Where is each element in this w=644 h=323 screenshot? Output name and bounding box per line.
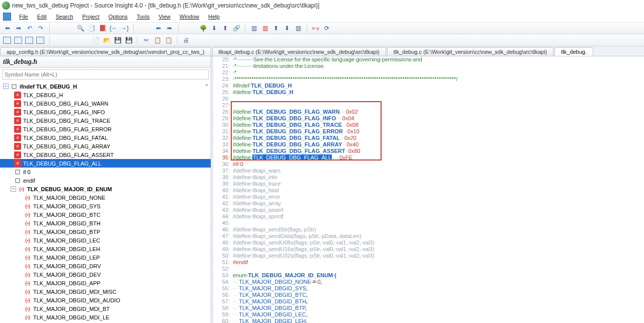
panel1-icon[interactable]: ▥ [249,24,258,33]
tree-def-7[interactable]: #TLK_DEBUG_DBG_FLAG_ASSERT [0,150,211,159]
tree-endif[interactable]: endif [0,176,211,185]
enum-icon: {▪} [18,186,25,193]
ref-up-icon[interactable]: ⬆ [221,24,230,33]
hex-icon[interactable]: x=y [311,24,320,33]
file-tab-row: app_config.h (E:\Work\git_version\cc\new… [0,46,644,56]
bookmark-icon[interactable]: 📑 [87,24,96,33]
member-icon: {▪} [24,203,31,210]
symbol-search-input[interactable] [2,69,209,79]
collapse-icon[interactable]: − [11,186,16,192]
tree-def-1[interactable]: #TLK_DEBUG_DBG_FLAG_WARN [0,99,211,108]
tree-m-5[interactable]: {▪}TLK_MAJOR_DBGID_LEC [0,236,211,245]
member-icon: {▪} [24,194,31,201]
search-icon[interactable]: 🔍 [76,24,85,33]
back-icon[interactable]: ⬅ [3,24,12,33]
cut-icon[interactable]: ✂ [142,36,151,45]
collapse-icon[interactable]: − [3,84,9,89]
print-icon[interactable]: 🖨 [181,36,191,45]
menu-window[interactable]: Window [175,13,203,21]
member-icon: {▪} [24,297,31,304]
define-icon: # [14,160,21,167]
file-tab-1[interactable]: tlkapi_debug.c (E:\Work\git_version\cc\n… [212,47,386,56]
nav-back-icon[interactable]: ⬅ [154,24,163,33]
panel-up-icon[interactable]: ⬆ [271,24,281,33]
tree-m-9[interactable]: {▪}TLK_MAJOR_DBGID_DEV [0,270,211,279]
tree-m-7[interactable]: {▪}TLK_MAJOR_DBGID_LEP [0,253,211,262]
tree-m-2[interactable]: {▪}TLK_MAJOR_DBGID_BTC [0,210,211,219]
code-body[interactable]: ·*···········See·the·License·for·the·spe… [233,56,644,323]
tree-m-8[interactable]: {▪}TLK_MAJOR_DBGID_DRV [0,262,211,270]
tree-m-12[interactable]: {▪}TLK_MAJOR_DBGID_MDI_AUDIO [0,296,211,304]
menu-options[interactable]: Options [105,13,132,21]
tree-m-14[interactable]: {▪}TLK_MAJOR_DBGID_MDI_LE [0,313,211,321]
saveall-icon[interactable]: 💾 [124,36,133,45]
tree-def-8[interactable]: #TLK_DEBUG_DBG_FLAG_ALL [0,159,211,168]
nav-forward-icon[interactable]: ➡ [165,24,174,33]
grid4-icon[interactable] [36,37,44,44]
code-right-icon[interactable]: →} [120,24,129,33]
menu-view[interactable]: View [154,13,174,21]
member-icon: {▪} [24,237,31,244]
member-icon: {▪} [24,271,31,278]
menu-file[interactable]: File [15,13,32,21]
forward-icon[interactable]: ➡ [14,24,23,33]
grid3-icon[interactable] [25,37,33,44]
open-icon[interactable]: 📂 [102,36,111,45]
grid2-icon[interactable] [14,37,22,44]
tree-m-10[interactable]: {▪}TLK_MAJOR_DBGID_APP [0,279,211,287]
tree-def-4[interactable]: #TLK_DEBUG_DBG_FLAG_ERROR [0,125,211,133]
book-icon[interactable]: 📕 [98,24,107,33]
copy-icon[interactable]: 📋 [153,36,162,45]
member-icon: {▪} [24,254,31,261]
tree-ifndef[interactable]: − ifndef TLK_DEBUG_H ˆ [0,82,211,91]
member-icon: {▪} [24,211,31,218]
tree-m-13[interactable]: {▪}TLK_MAJOR_DBGID_MDI_BT [0,304,211,313]
menu-help[interactable]: Help [204,13,224,21]
define-icon: # [14,126,21,133]
tree-m-11[interactable]: {▪}TLK_MAJOR_DBGID_MDI_MISC [0,287,211,296]
tree-def-5[interactable]: #TLK_DEBUG_DBG_FLAG_FATAL [0,133,211,142]
undo-icon[interactable]: ↶ [25,24,34,33]
file-tab-3[interactable]: tlk_debug. [555,47,593,56]
tree-m-6[interactable]: {▪}TLK_MAJOR_DBGID_LEH [0,245,211,253]
symbol-tree[interactable]: − ifndef TLK_DEBUG_H ˆ #TLK_DEBUG_H #TLK… [0,81,211,323]
code-editor[interactable]: 20:21:22:23:24:25:26:27:28:29:30:31:32:3… [214,56,644,323]
scope-icon [14,177,21,184]
grid1-icon[interactable] [3,37,11,44]
tree-def-0[interactable]: #TLK_DEBUG_H [0,91,211,99]
file-tab-0[interactable]: app_config.h (E:\Work\git_version\cc\new… [0,47,211,56]
tree-if0[interactable]: if 0 [0,168,211,176]
menu-edit[interactable]: Edit [33,13,51,21]
panel-edit-icon[interactable]: ▥ [294,24,303,33]
redo-icon[interactable]: ↷ [36,24,45,33]
menu-project[interactable]: Project [78,13,104,21]
symbol-panel: tlk_debug.h − ifndef TLK_DEBUG_H ˆ #TLK_… [0,56,211,323]
new-icon[interactable]: 📄 [91,36,100,45]
window-title: new_tws_sdk_debug Project - Source Insig… [12,2,319,9]
scope-icon [11,83,18,90]
code-left-icon[interactable]: {← [109,24,118,33]
member-icon: {▪} [24,305,31,312]
define-icon: # [14,92,21,99]
save-icon[interactable]: 💾 [113,36,122,45]
link-icon[interactable]: 🔗 [232,24,241,33]
tree-def-2[interactable]: #TLK_DEBUG_DBG_FLAG_INFO [0,108,211,116]
tree-icon[interactable]: 🌳 [199,24,208,33]
file-tab-2[interactable]: tlk_debug.c (E:\Work\git_version\cc\new_… [387,47,554,56]
tree-m-0[interactable]: {▪}TLK_MAJOR_DBGID_NONE [0,193,211,202]
panel-down-icon[interactable]: ⬇ [283,24,292,33]
menu-search[interactable]: Search [52,13,77,21]
ref-down-icon[interactable]: ⬇ [210,24,219,33]
panel-close-icon[interactable]: ▥ [260,24,269,33]
sync-icon[interactable]: ⟳ [322,24,331,33]
selected-symbol: TLK_DEBUG_DBG_FLAG_ALL [252,154,332,160]
tree-enum[interactable]: −{▪}TLK_DEBUG_MAJOR_ID_ENUM [0,185,211,193]
paste-icon[interactable]: 📋 [164,36,173,45]
app-icon [2,2,10,10]
tree-def-6[interactable]: #TLK_DEBUG_DBG_FLAG_ARRAY [0,142,211,150]
tree-m-3[interactable]: {▪}TLK_MAJOR_DBGID_BTH [0,219,211,227]
tree-def-3[interactable]: #TLK_DEBUG_DBG_FLAG_TRACE [0,116,211,125]
tree-m-4[interactable]: {▪}TLK_MAJOR_DBGID_BTP [0,227,211,236]
tree-m-1[interactable]: {▪}TLK_MAJOR_DBGID_SYS [0,202,211,210]
menu-tools[interactable]: Tools [133,13,154,21]
